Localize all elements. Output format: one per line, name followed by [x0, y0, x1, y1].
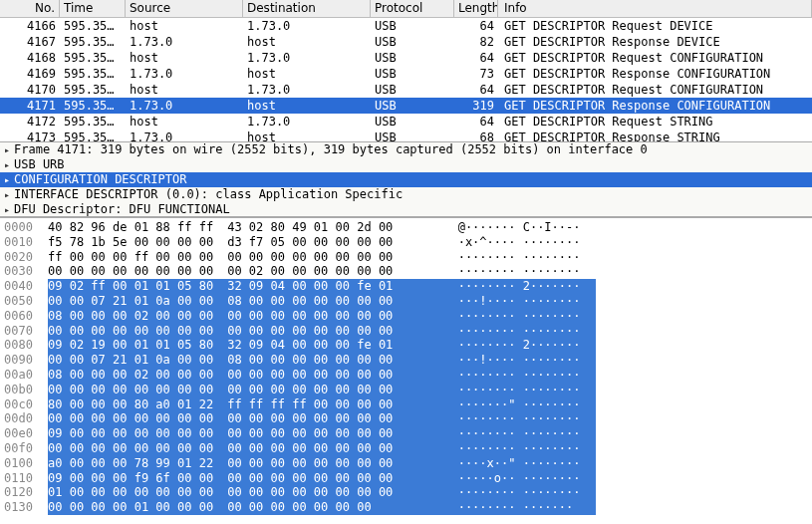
hex-bytes: 09 02 19 00 01 01 05 8032 09 04 00 00 00… [48, 338, 436, 353]
packet-row[interactable]: 4170595.35…host1.73.0USB64GET DESCRIPTOR… [0, 82, 812, 98]
hex-row[interactable]: 012001 00 00 00 00 00 00 0000 00 00 00 0… [0, 485, 812, 500]
cell-time: 595.35… [60, 18, 126, 34]
hex-bytes: 08 00 00 00 02 00 00 0000 00 00 00 00 00… [48, 368, 436, 383]
cell-src: host [126, 18, 243, 34]
packet-row[interactable]: 4166595.35…host1.73.0USB64GET DESCRIPTOR… [0, 18, 812, 34]
col-info[interactable]: Info [498, 0, 812, 17]
cell-dst: host [243, 34, 371, 50]
hex-bytes: ff 00 00 00 ff 00 00 0000 00 00 00 00 00… [48, 250, 436, 265]
cell-info: GET DESCRIPTOR Request CONFIGURATION [498, 82, 812, 98]
hex-row[interactable]: 006008 00 00 00 02 00 00 0000 00 00 00 0… [0, 309, 812, 324]
tree-label: DFU Descriptor: DFU FUNCTIONAL [14, 202, 230, 217]
hex-row[interactable]: 00d000 00 00 00 00 00 00 0000 00 00 00 0… [0, 411, 812, 426]
cell-dst: 1.73.0 [243, 18, 371, 34]
cell-prot: USB [371, 18, 454, 34]
packet-list-header[interactable]: No. Time Source Destination Protocol Len… [0, 0, 812, 18]
tree-row[interactable]: ▸DFU Descriptor: DFU FUNCTIONAL [0, 202, 812, 217]
hex-ascii: ········ ········ [436, 426, 596, 441]
col-length[interactable]: Length [454, 0, 498, 17]
cell-dst: 1.73.0 [243, 82, 371, 98]
hex-ascii: ········ ········ [436, 309, 596, 324]
hex-row[interactable]: 0020ff 00 00 00 ff 00 00 0000 00 00 00 0… [0, 250, 812, 265]
tree-row[interactable]: ▸USB URB [0, 157, 812, 172]
tree-row[interactable]: ▸Frame 4171: 319 bytes on wire (2552 bit… [0, 142, 812, 157]
hex-row[interactable]: 00b000 00 00 00 00 00 00 0000 00 00 00 0… [0, 383, 812, 397]
hex-row[interactable]: 003000 00 00 00 00 00 00 0000 02 00 00 0… [0, 264, 812, 279]
expand-icon[interactable]: ▸ [2, 142, 12, 157]
hex-bytes: 00 00 07 21 01 0a 00 0008 00 00 00 00 00… [48, 294, 436, 309]
hex-row[interactable]: 004009 02 ff 00 01 01 05 8032 09 04 00 0… [0, 279, 812, 294]
cell-src: host [126, 50, 243, 66]
hex-row[interactable]: 011009 00 00 00 f9 6f 00 0000 00 00 00 0… [0, 471, 812, 486]
expand-icon[interactable]: ▸ [2, 187, 12, 202]
hex-offset: 0040 [0, 279, 48, 294]
hex-row[interactable]: 0010f5 78 1b 5e 00 00 00 00d3 f7 05 00 0… [0, 235, 812, 250]
hex-row[interactable]: 008009 02 19 00 01 01 05 8032 09 04 00 0… [0, 338, 812, 353]
cell-info: GET DESCRIPTOR Response CONFIGURATION [498, 66, 812, 82]
hex-offset: 0070 [0, 324, 48, 339]
packet-row[interactable]: 4169595.35…1.73.0hostUSB73GET DESCRIPTOR… [0, 66, 812, 82]
hex-bytes: 01 00 00 00 00 00 00 0000 00 00 00 00 00… [48, 485, 436, 500]
hex-bytes: 00 00 00 00 00 00 00 0000 00 00 00 00 00… [48, 324, 436, 339]
hex-bytes: f5 78 1b 5e 00 00 00 00d3 f7 05 00 00 00… [48, 235, 436, 250]
hex-row[interactable]: 007000 00 00 00 00 00 00 0000 00 00 00 0… [0, 324, 812, 339]
cell-dst: host [243, 98, 371, 114]
expand-icon[interactable]: ▸ [2, 172, 12, 187]
hex-row[interactable]: 000040 82 96 de 01 88 ff ff43 02 80 49 0… [0, 220, 812, 235]
cell-prot: USB [371, 66, 454, 82]
hex-bytes: 00 00 00 00 00 00 00 0000 00 00 00 00 00… [48, 441, 436, 456]
col-destination[interactable]: Destination [243, 0, 371, 17]
hex-row[interactable]: 013000 00 00 00 01 00 00 0000 00 00 00 0… [0, 500, 812, 515]
col-no[interactable]: No. [0, 0, 60, 17]
packet-row[interactable]: 4171595.35…1.73.0hostUSB319GET DESCRIPTO… [0, 98, 812, 114]
cell-len: 82 [454, 34, 498, 50]
cell-dst: host [243, 66, 371, 82]
hex-row[interactable]: 00e009 00 00 00 00 00 00 0000 00 00 00 0… [0, 426, 812, 441]
expand-icon[interactable]: ▸ [2, 202, 12, 217]
tree-label: USB URB [14, 157, 65, 172]
hex-bytes: a0 00 00 00 78 99 01 2200 00 00 00 00 00… [48, 456, 436, 471]
cell-no: 4167 [0, 34, 60, 50]
tree-label: INTERFACE DESCRIPTOR (0.0): class Applic… [14, 187, 403, 202]
hex-row[interactable]: 009000 00 07 21 01 0a 00 0008 00 00 00 0… [0, 353, 812, 368]
packet-row[interactable]: 4173595.35…1.73.0hostUSB68GET DESCRIPTOR… [0, 130, 812, 141]
hex-offset: 00c0 [0, 397, 48, 412]
cell-prot: USB [371, 114, 454, 130]
hex-ascii: ········ 2······· [436, 338, 596, 353]
hex-ascii: ···!···· ········ [436, 294, 596, 309]
tree-row[interactable]: ▸INTERFACE DESCRIPTOR (0.0): class Appli… [0, 187, 812, 202]
hex-offset: 0020 [0, 250, 48, 265]
cell-len: 73 [454, 66, 498, 82]
hex-offset: 0000 [0, 220, 48, 235]
hex-row[interactable]: 0100a0 00 00 00 78 99 01 2200 00 00 00 0… [0, 456, 812, 471]
cell-dst: host [243, 130, 371, 141]
tree-row[interactable]: ▸CONFIGURATION DESCRIPTOR [0, 172, 812, 187]
hex-row[interactable]: 00a008 00 00 00 02 00 00 0000 00 00 00 0… [0, 368, 812, 383]
hex-offset: 00b0 [0, 383, 48, 397]
tree-label: Frame 4171: 319 bytes on wire (2552 bits… [14, 142, 648, 157]
packet-bytes-hex[interactable]: 000040 82 96 de 01 88 ff ff43 02 80 49 0… [0, 217, 812, 515]
hex-offset: 00e0 [0, 426, 48, 441]
col-source[interactable]: Source [126, 0, 243, 17]
packet-list[interactable]: 4166595.35…host1.73.0USB64GET DESCRIPTOR… [0, 18, 812, 141]
hex-offset: 0050 [0, 294, 48, 309]
tree-label: CONFIGURATION DESCRIPTOR [14, 172, 186, 187]
hex-offset: 00f0 [0, 441, 48, 456]
expand-icon[interactable]: ▸ [2, 157, 12, 172]
hex-row[interactable]: 00c080 00 00 00 80 a0 01 22ff ff ff ff 0… [0, 397, 812, 412]
hex-ascii: ········ ········ [436, 411, 596, 426]
cell-prot: USB [371, 130, 454, 141]
packet-row[interactable]: 4172595.35…host1.73.0USB64GET DESCRIPTOR… [0, 114, 812, 130]
hex-row[interactable]: 00f000 00 00 00 00 00 00 0000 00 00 00 0… [0, 441, 812, 456]
hex-offset: 00d0 [0, 411, 48, 426]
cell-time: 595.35… [60, 130, 126, 141]
packet-row[interactable]: 4168595.35…host1.73.0USB64GET DESCRIPTOR… [0, 50, 812, 66]
hex-offset: 0010 [0, 235, 48, 250]
hex-ascii: ········ ········ [436, 485, 596, 500]
col-time[interactable]: Time [60, 0, 126, 17]
hex-row[interactable]: 005000 00 07 21 01 0a 00 0008 00 00 00 0… [0, 294, 812, 309]
packet-row[interactable]: 4167595.35…1.73.0hostUSB82GET DESCRIPTOR… [0, 34, 812, 50]
col-protocol[interactable]: Protocol [371, 0, 454, 17]
cell-info: GET DESCRIPTOR Request DEVICE [498, 18, 812, 34]
packet-details-tree[interactable]: ▸Frame 4171: 319 bytes on wire (2552 bit… [0, 141, 812, 217]
